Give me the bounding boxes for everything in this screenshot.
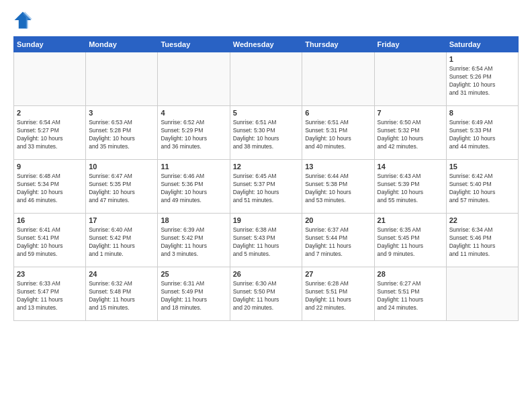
day-number: 8: [449, 108, 515, 118]
day-number: 11: [161, 162, 226, 172]
day-number: 28: [378, 269, 443, 279]
day-number: 9: [17, 162, 83, 172]
calendar-week-row: 2Sunrise: 6:54 AM Sunset: 5:27 PM Daylig…: [14, 106, 519, 160]
calendar-cell: 5Sunrise: 6:51 AM Sunset: 5:30 PM Daylig…: [230, 106, 302, 160]
calendar-header-row: Sunday Monday Tuesday Wednesday Thursday…: [14, 37, 519, 52]
calendar-cell: 2Sunrise: 6:54 AM Sunset: 5:27 PM Daylig…: [14, 106, 86, 160]
calendar-cell: [158, 52, 230, 106]
day-info: Sunrise: 6:51 AM Sunset: 5:30 PM Dayligh…: [233, 119, 299, 151]
col-monday: Monday: [86, 37, 158, 52]
day-number: 17: [89, 216, 154, 226]
day-info: Sunrise: 6:38 AM Sunset: 5:43 PM Dayligh…: [233, 226, 299, 259]
calendar-cell: 20Sunrise: 6:37 AM Sunset: 5:44 PM Dayli…: [302, 214, 374, 267]
day-info: Sunrise: 6:28 AM Sunset: 5:51 PM Dayligh…: [305, 280, 371, 312]
day-number: 19: [233, 216, 299, 226]
day-number: 23: [17, 269, 83, 279]
day-info: Sunrise: 6:33 AM Sunset: 5:47 PM Dayligh…: [17, 280, 83, 312]
day-number: 26: [233, 269, 299, 279]
day-number: 6: [305, 108, 371, 118]
calendar-cell: 22Sunrise: 6:34 AM Sunset: 5:46 PM Dayli…: [446, 214, 518, 267]
col-thursday: Thursday: [302, 37, 374, 52]
calendar-cell: 7Sunrise: 6:50 AM Sunset: 5:32 PM Daylig…: [374, 106, 446, 160]
day-info: Sunrise: 6:49 AM Sunset: 5:33 PM Dayligh…: [449, 119, 515, 151]
calendar-cell: 10Sunrise: 6:47 AM Sunset: 5:35 PM Dayli…: [86, 160, 158, 214]
calendar-cell: 6Sunrise: 6:51 AM Sunset: 5:31 PM Daylig…: [302, 106, 374, 160]
day-info: Sunrise: 6:46 AM Sunset: 5:36 PM Dayligh…: [161, 173, 226, 205]
day-number: 18: [161, 216, 226, 226]
day-info: Sunrise: 6:43 AM Sunset: 5:39 PM Dayligh…: [378, 173, 443, 205]
day-info: Sunrise: 6:54 AM Sunset: 5:26 PM Dayligh…: [449, 65, 515, 97]
calendar-cell: 17Sunrise: 6:40 AM Sunset: 5:42 PM Dayli…: [86, 214, 158, 267]
day-number: 10: [89, 162, 154, 172]
day-number: 15: [449, 162, 515, 172]
calendar-week-row: 1Sunrise: 6:54 AM Sunset: 5:26 PM Daylig…: [14, 52, 519, 106]
calendar-cell: 12Sunrise: 6:45 AM Sunset: 5:37 PM Dayli…: [230, 160, 302, 214]
day-info: Sunrise: 6:34 AM Sunset: 5:46 PM Dayligh…: [449, 226, 515, 259]
day-number: 16: [17, 216, 83, 226]
day-info: Sunrise: 6:45 AM Sunset: 5:37 PM Dayligh…: [233, 173, 299, 205]
calendar-cell: 26Sunrise: 6:30 AM Sunset: 5:50 PM Dayli…: [230, 267, 302, 321]
calendar-cell: 4Sunrise: 6:52 AM Sunset: 5:29 PM Daylig…: [158, 106, 230, 160]
calendar-cell: 19Sunrise: 6:38 AM Sunset: 5:43 PM Dayli…: [230, 214, 302, 267]
calendar-cell: [446, 267, 518, 321]
calendar-cell: 23Sunrise: 6:33 AM Sunset: 5:47 PM Dayli…: [14, 267, 86, 321]
calendar-cell: 3Sunrise: 6:53 AM Sunset: 5:28 PM Daylig…: [86, 106, 158, 160]
calendar-cell: 13Sunrise: 6:44 AM Sunset: 5:38 PM Dayli…: [302, 160, 374, 214]
day-info: Sunrise: 6:31 AM Sunset: 5:49 PM Dayligh…: [161, 280, 226, 312]
day-number: 1: [449, 54, 515, 64]
day-number: 25: [161, 269, 226, 279]
day-number: 5: [233, 108, 299, 118]
day-number: 21: [378, 216, 443, 226]
page: Sunday Monday Tuesday Wednesday Thursday…: [0, 0, 532, 411]
calendar-cell: 1Sunrise: 6:54 AM Sunset: 5:26 PM Daylig…: [446, 52, 518, 106]
day-info: Sunrise: 6:54 AM Sunset: 5:27 PM Dayligh…: [17, 119, 83, 151]
day-info: Sunrise: 6:39 AM Sunset: 5:42 PM Dayligh…: [161, 226, 226, 259]
day-info: Sunrise: 6:41 AM Sunset: 5:41 PM Dayligh…: [17, 226, 83, 259]
calendar-cell: 9Sunrise: 6:48 AM Sunset: 5:34 PM Daylig…: [14, 160, 86, 214]
calendar-cell: 8Sunrise: 6:49 AM Sunset: 5:33 PM Daylig…: [446, 106, 518, 160]
day-number: 27: [305, 269, 371, 279]
calendar-cell: 18Sunrise: 6:39 AM Sunset: 5:42 PM Dayli…: [158, 214, 230, 267]
calendar-cell: 24Sunrise: 6:32 AM Sunset: 5:48 PM Dayli…: [86, 267, 158, 321]
day-info: Sunrise: 6:51 AM Sunset: 5:31 PM Dayligh…: [305, 119, 371, 151]
calendar-cell: 27Sunrise: 6:28 AM Sunset: 5:51 PM Dayli…: [302, 267, 374, 321]
day-number: 2: [17, 108, 83, 118]
calendar-cell: [302, 52, 374, 106]
header: [13, 11, 519, 30]
day-info: Sunrise: 6:52 AM Sunset: 5:29 PM Dayligh…: [161, 119, 226, 151]
calendar-cell: 15Sunrise: 6:42 AM Sunset: 5:40 PM Dayli…: [446, 160, 518, 214]
day-info: Sunrise: 6:48 AM Sunset: 5:34 PM Dayligh…: [17, 173, 83, 205]
calendar-table: Sunday Monday Tuesday Wednesday Thursday…: [13, 36, 519, 321]
col-friday: Friday: [374, 37, 446, 52]
day-number: 22: [449, 216, 515, 226]
calendar-cell: 14Sunrise: 6:43 AM Sunset: 5:39 PM Dayli…: [374, 160, 446, 214]
calendar-week-row: 16Sunrise: 6:41 AM Sunset: 5:41 PM Dayli…: [14, 214, 519, 267]
calendar-cell: [374, 52, 446, 106]
calendar-cell: [14, 52, 86, 106]
calendar-week-row: 23Sunrise: 6:33 AM Sunset: 5:47 PM Dayli…: [14, 267, 519, 321]
day-info: Sunrise: 6:40 AM Sunset: 5:42 PM Dayligh…: [89, 226, 154, 259]
calendar-week-row: 9Sunrise: 6:48 AM Sunset: 5:34 PM Daylig…: [14, 160, 519, 214]
logo-icon: [13, 11, 32, 30]
calendar-cell: [230, 52, 302, 106]
calendar-cell: 28Sunrise: 6:27 AM Sunset: 5:51 PM Dayli…: [374, 267, 446, 321]
svg-marker-0: [15, 12, 32, 29]
day-info: Sunrise: 6:32 AM Sunset: 5:48 PM Dayligh…: [89, 280, 154, 312]
col-sunday: Sunday: [14, 37, 86, 52]
calendar-cell: 21Sunrise: 6:35 AM Sunset: 5:45 PM Dayli…: [374, 214, 446, 267]
day-info: Sunrise: 6:44 AM Sunset: 5:38 PM Dayligh…: [305, 173, 371, 205]
day-info: Sunrise: 6:50 AM Sunset: 5:32 PM Dayligh…: [378, 119, 443, 151]
day-info: Sunrise: 6:30 AM Sunset: 5:50 PM Dayligh…: [233, 280, 299, 312]
col-saturday: Saturday: [446, 37, 518, 52]
logo: [13, 11, 35, 30]
calendar-cell: 16Sunrise: 6:41 AM Sunset: 5:41 PM Dayli…: [14, 214, 86, 267]
day-number: 13: [305, 162, 371, 172]
day-info: Sunrise: 6:47 AM Sunset: 5:35 PM Dayligh…: [89, 173, 154, 205]
day-number: 4: [161, 108, 226, 118]
day-info: Sunrise: 6:37 AM Sunset: 5:44 PM Dayligh…: [305, 226, 371, 259]
col-wednesday: Wednesday: [230, 37, 302, 52]
day-number: 12: [233, 162, 299, 172]
day-info: Sunrise: 6:42 AM Sunset: 5:40 PM Dayligh…: [449, 173, 515, 205]
calendar-cell: 25Sunrise: 6:31 AM Sunset: 5:49 PM Dayli…: [158, 267, 230, 321]
calendar-cell: [86, 52, 158, 106]
